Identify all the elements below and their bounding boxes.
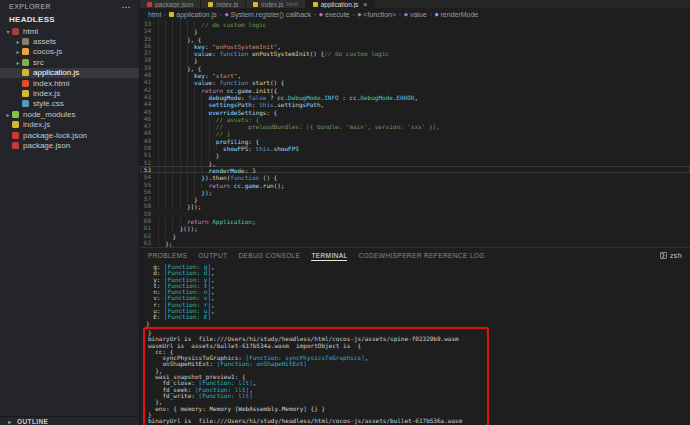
panel-tab-problems[interactable]: PROBLEMS	[148, 250, 187, 261]
tab-application-js[interactable]: application.js×	[306, 0, 376, 8]
breadcrumb-item[interactable]: html	[148, 11, 161, 18]
text-token: [Function: onShapeHitExt]	[217, 360, 307, 367]
code-line: 48// }	[140, 129, 690, 136]
file-tree: ▾html▸assets▸cocos-js▸srcapplication.jsi…	[0, 26, 139, 151]
code-content: // assets: {	[158, 115, 259, 122]
tab-index-js[interactable]: index.js	[201, 0, 246, 8]
code-content: }, {	[158, 64, 201, 71]
indent-guides	[158, 188, 201, 195]
code-editor[interactable]: 33// do custom logic34}35}, {36key: "onP…	[140, 20, 690, 247]
terminal-output[interactable]: g: [Function: g], d: [Function: d], y: […	[140, 262, 690, 425]
code-line: 54}).then(function () {	[140, 173, 690, 180]
tab-index-js[interactable]: index.jshtml	[246, 0, 305, 8]
tab-label: application.js	[321, 1, 359, 8]
panel-tab-debug-console[interactable]: DEBUG CONSOLE	[238, 250, 300, 261]
line-number: 55	[140, 181, 158, 188]
code-line: 58}]);	[140, 202, 690, 209]
indent-guides	[158, 42, 194, 49]
workspace-section-header[interactable]: HEADLESS	[0, 13, 139, 26]
text-token: };	[165, 240, 172, 247]
file-label: src	[33, 58, 44, 67]
file-label: package-lock.json	[23, 131, 87, 140]
shell-name: zsh	[670, 252, 682, 259]
folder-icon	[22, 48, 29, 55]
file-label: application.js	[33, 68, 79, 77]
code-line: 51}	[140, 151, 690, 158]
sidebar-item-index-js[interactable]: index.js	[0, 120, 139, 130]
file-label: style.css	[33, 99, 64, 108]
text-token: }	[146, 320, 150, 327]
file-label: html	[23, 27, 38, 36]
code-line: 55return cc.game.run();	[140, 181, 690, 188]
file-label: cocos-js	[33, 47, 62, 56]
breadcrumb-item[interactable]: ◆execute	[319, 11, 349, 18]
folder-icon	[22, 38, 29, 45]
panel-tab-output[interactable]: OUTPUT	[198, 250, 227, 261]
sidebar-item-package-json[interactable]: package.json	[0, 140, 139, 150]
sidebar-item-src[interactable]: ▸src	[0, 57, 139, 67]
breadcrumb-item[interactable]: ◆renderMode	[435, 11, 479, 18]
code-content: key: "start",	[158, 71, 241, 78]
breadcrumb-item[interactable]: ◆value	[404, 11, 427, 18]
tab-package-json[interactable]: package.json	[140, 0, 201, 8]
code-line: 46// assets: {	[140, 115, 690, 122]
code-line: 41value: function start() {	[140, 78, 690, 85]
close-icon[interactable]: ×	[363, 1, 367, 8]
panel-tab-codewhisperer-reference-log[interactable]: CODEWHISPERER REFERENCE LOG	[358, 250, 484, 261]
line-number: 49	[140, 137, 158, 144]
sidebar-item-node-modules[interactable]: ▸node_modules	[0, 109, 139, 119]
file-icon	[22, 90, 29, 97]
code-line: 34}	[140, 27, 690, 34]
sidebar-item-package-lock-json[interactable]: package-lock.json	[0, 130, 139, 140]
indent-guides	[158, 159, 209, 166]
breadcrumb-item[interactable]: ◆<function>	[357, 11, 396, 18]
indent-guides	[158, 49, 194, 56]
file-icon	[12, 142, 19, 149]
code-line: 39}, {	[140, 64, 690, 71]
code-content: }	[158, 195, 198, 202]
indent-guides	[158, 27, 194, 34]
js-file-icon	[169, 12, 174, 17]
text-token: cc	[234, 182, 241, 189]
file-label: node_modules	[23, 110, 75, 119]
panel-tab-terminal[interactable]: TERMINAL	[311, 250, 347, 261]
terminal-line: binaryUrl is file:///Users/hi/study/head…	[148, 418, 484, 424]
sidebar-item-style-css[interactable]: style.css	[0, 99, 139, 109]
text-token: // do custom logic	[201, 21, 266, 28]
breadcrumb-separator-icon: ›	[352, 11, 354, 17]
file-label: package.json	[23, 141, 70, 150]
indent-guides	[158, 195, 194, 202]
sidebar-item-index-js[interactable]: index.js	[0, 88, 139, 98]
breadcrumb-item[interactable]: application.js	[169, 11, 216, 18]
text-token: ;	[252, 218, 256, 225]
indent-guides	[158, 108, 209, 115]
outline-section-header[interactable]: ▸ OUTLINE	[0, 416, 139, 425]
file-type-icon	[313, 2, 318, 7]
symbol-method-icon: ◆	[225, 11, 229, 17]
indent-guides	[158, 181, 209, 188]
line-number: 47	[140, 122, 158, 129]
file-label: index.js	[23, 120, 50, 129]
sidebar-item-application-js[interactable]: application.js	[0, 68, 139, 78]
text-token: ,	[321, 102, 325, 109]
terminal-shell-picker[interactable]: ❯zsh	[660, 252, 682, 259]
chevron-right-icon: ▸	[14, 38, 22, 45]
indent-guides	[158, 173, 201, 180]
code-line: 45overrideSettings: {	[140, 108, 690, 115]
tab-path-hint: html	[286, 1, 297, 7]
sidebar-item-assets[interactable]: ▸assets	[0, 36, 139, 46]
red-annotation-box: }binaryUrl is file:///Users/hi/study/hea…	[143, 327, 489, 425]
code-content: return cc.game.init({	[158, 86, 277, 93]
sidebar-item-cocos-js[interactable]: ▸cocos-js	[0, 47, 139, 57]
text-token: INFO	[324, 94, 338, 101]
breadcrumb-separator-icon: ›	[399, 11, 401, 17]
sidebar-item-html[interactable]: ▾html	[0, 26, 139, 36]
line-number: 37	[140, 49, 158, 56]
breadcrumb-item[interactable]: ◆System.register() callback	[225, 11, 311, 18]
sidebar-item-index-html[interactable]: index.html	[0, 78, 139, 88]
breadcrumb-label: execute	[325, 11, 350, 18]
line-number: 62	[140, 232, 158, 239]
explorer-more-actions-icon[interactable]: ⋯	[122, 2, 132, 12]
folder-icon	[12, 111, 19, 118]
chevron-right-icon: ▸	[14, 59, 22, 66]
